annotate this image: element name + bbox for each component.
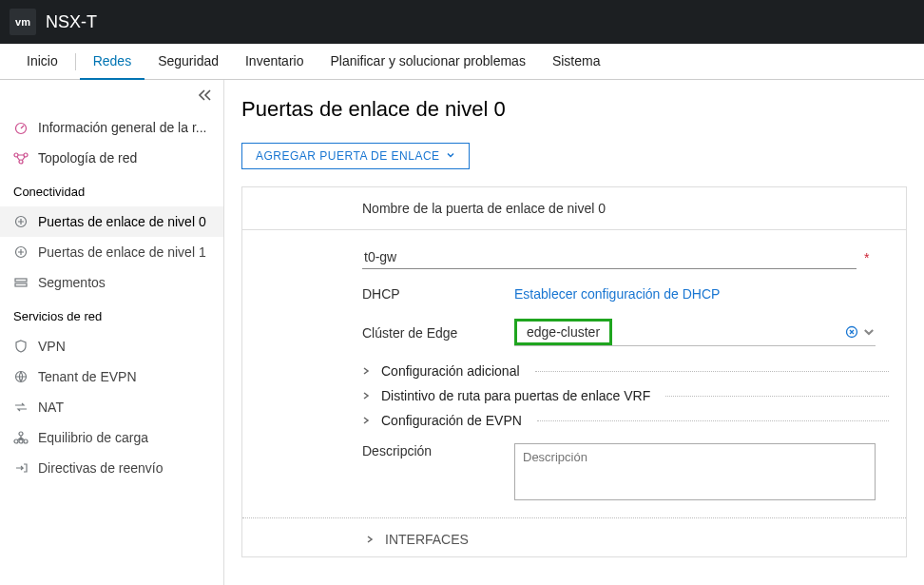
edge-cluster-value: edge-cluster xyxy=(514,319,612,345)
add-gateway-label: AGREGAR PUERTA DE ENLACE xyxy=(256,149,440,163)
dhcp-config-link[interactable]: Establecer configuración de DHCP xyxy=(514,286,720,302)
chevron-right-icon xyxy=(366,535,375,544)
sidebar-item-nat[interactable]: NAT xyxy=(0,392,223,422)
nav-redes[interactable]: Redes xyxy=(80,44,144,80)
sidebar-item-label: Topología de red xyxy=(38,150,137,166)
gateway-name-input[interactable] xyxy=(362,245,857,269)
loadbalance-icon xyxy=(13,430,29,445)
dhcp-label: DHCP xyxy=(362,286,514,302)
gateway-icon xyxy=(13,244,29,260)
sidebar-item-evpn[interactable]: Tenant de EVPN xyxy=(0,361,223,392)
expander-interfaces[interactable]: INTERFACES xyxy=(242,517,906,547)
sidebar-group-servicios: Servicios de red xyxy=(0,298,223,331)
expander-vrf-route[interactable]: Distintivo de ruta para puertas de enlac… xyxy=(362,388,889,403)
nav-inventario[interactable]: Inventario xyxy=(232,44,317,80)
panel-column-header: Nombre de la puerta de enlace de nivel 0 xyxy=(242,187,906,230)
chevron-down-icon xyxy=(446,149,455,163)
nat-icon xyxy=(13,400,29,415)
description-textarea[interactable] xyxy=(514,443,876,500)
svg-point-2 xyxy=(24,153,28,157)
edge-cluster-label: Clúster de Edge xyxy=(362,325,514,341)
sidebar-item-label: Tenant de EVPN xyxy=(38,369,137,384)
sidebar: Información general de la r... Topología… xyxy=(0,80,224,585)
chevron-right-icon xyxy=(362,391,372,400)
sidebar-item-loadbalance[interactable]: Equilibrio de carga xyxy=(0,422,223,453)
sidebar-item-label: Puertas de enlace de nivel 0 xyxy=(38,214,206,229)
expander-dots xyxy=(535,371,889,372)
nav-sistema[interactable]: Sistema xyxy=(539,44,614,80)
nav-planificar[interactable]: Planificar y solucionar problemas xyxy=(317,44,538,80)
gauge-icon xyxy=(13,120,29,135)
vmware-logo: vm xyxy=(10,9,36,35)
required-indicator: * xyxy=(864,250,869,265)
sidebar-item-label: Información general de la r... xyxy=(38,120,206,135)
expander-dots xyxy=(537,420,889,421)
nav-inicio[interactable]: Inicio xyxy=(13,44,71,80)
svg-rect-6 xyxy=(15,279,27,282)
nav-separator xyxy=(75,53,76,70)
chevron-down-icon xyxy=(862,325,876,339)
sidebar-item-segments[interactable]: Segmentos xyxy=(0,267,223,298)
sidebar-item-label: Segmentos xyxy=(38,275,106,290)
description-label: Descripción xyxy=(362,443,514,458)
svg-point-1 xyxy=(14,153,18,157)
clear-cluster-button[interactable] xyxy=(845,325,876,339)
sidebar-item-label: NAT xyxy=(38,400,64,415)
interfaces-label: INTERFACES xyxy=(385,532,469,547)
content-area: Puertas de enlace de nivel 0 AGREGAR PUE… xyxy=(224,80,924,585)
sidebar-item-t1-gateways[interactable]: Puertas de enlace de nivel 1 xyxy=(0,237,223,267)
sidebar-item-label: VPN xyxy=(38,339,66,354)
sidebar-item-label: Puertas de enlace de nivel 1 xyxy=(38,244,206,260)
add-gateway-button[interactable]: AGREGAR PUERTA DE ENLACE xyxy=(241,143,470,169)
shield-icon xyxy=(13,339,29,354)
expander-label: Configuración adicional xyxy=(381,363,520,379)
page-title: Puertas de enlace de nivel 0 xyxy=(241,97,907,122)
sidebar-item-label: Directivas de reenvío xyxy=(38,460,164,476)
svg-point-9 xyxy=(19,432,23,436)
gateway-panel: Nombre de la puerta de enlace de nivel 0… xyxy=(241,186,907,557)
top-bar: vm NSX-T xyxy=(0,0,924,44)
collapse-sidebar-icon[interactable] xyxy=(197,88,212,107)
gateway-icon xyxy=(13,214,29,229)
edge-cluster-select[interactable]: edge-cluster xyxy=(514,319,876,346)
forwarding-icon xyxy=(13,460,29,476)
sidebar-item-forwarding[interactable]: Directivas de reenvío xyxy=(0,453,223,483)
sidebar-item-t0-gateways[interactable]: Puertas de enlace de nivel 0 xyxy=(0,206,223,237)
sidebar-item-vpn[interactable]: VPN xyxy=(0,331,223,361)
sidebar-group-conectividad: Conectividad xyxy=(0,173,223,206)
expander-label: Configuración de EVPN xyxy=(381,413,522,428)
sidebar-item-label: Equilibrio de carga xyxy=(38,430,148,445)
evpn-icon xyxy=(13,369,29,384)
chevron-right-icon xyxy=(362,416,372,425)
app-title: NSX-T xyxy=(46,12,97,32)
segments-icon xyxy=(13,275,29,290)
main-nav: Inicio Redes Seguridad Inventario Planif… xyxy=(0,44,924,80)
sidebar-item-topology[interactable]: Topología de red xyxy=(0,143,223,173)
expander-dots xyxy=(665,396,889,397)
svg-rect-7 xyxy=(15,283,27,286)
topology-icon xyxy=(13,150,29,166)
expander-evpn-config[interactable]: Configuración de EVPN xyxy=(362,413,889,428)
expander-label: Distintivo de ruta para puertas de enlac… xyxy=(381,388,650,403)
nav-seguridad[interactable]: Seguridad xyxy=(144,44,232,80)
sidebar-item-overview[interactable]: Información general de la r... xyxy=(0,112,223,143)
expander-additional-config[interactable]: Configuración adicional xyxy=(362,363,889,379)
chevron-right-icon xyxy=(362,366,372,376)
